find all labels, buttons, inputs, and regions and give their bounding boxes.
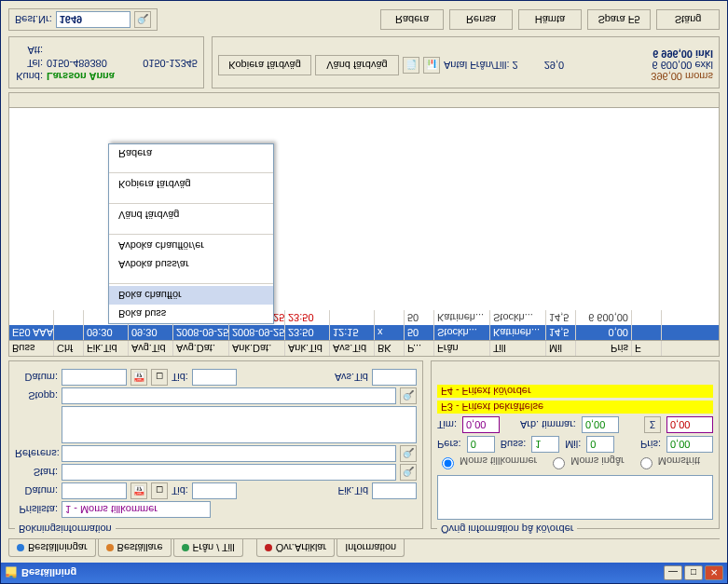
radio-tillkommer[interactable] [442,457,454,469]
tel-label: Tel: [15,58,43,69]
tab-bestallare[interactable]: Beställare [98,539,172,557]
ctx-radera[interactable]: Radera [109,144,273,163]
bestnr-search-icon[interactable]: 🔍 [134,11,151,28]
inkl-value: 6 996,00 inkl [651,48,713,60]
ctx-avboka-chauffor[interactable]: Avboka chaufför/er [109,237,273,255]
maximize-button[interactable]: □ [684,565,703,580]
radera-button[interactable]: Radera [380,9,444,30]
antal-label: Antal Från/Till: 2 [444,60,518,71]
tab-information[interactable]: Information [337,539,405,557]
pers-input[interactable] [467,436,495,453]
calendar2-icon[interactable]: 📅 [130,369,147,386]
grid-scrollbar[interactable] [9,93,719,108]
tim-label: Tim: [437,419,457,430]
context-menu: Boka buss Boka chaufför Avboka buss/ar A… [108,143,274,324]
other-textarea[interactable] [437,475,713,520]
vand-fardvag-button[interactable]: Vänd färdväg [315,55,399,75]
datum-input[interactable] [62,482,127,499]
notes-textarea[interactable] [62,406,417,443]
stopp-search-icon[interactable]: 🔍 [400,387,417,404]
pris-input[interactable] [666,436,713,453]
pers-label: Pers: [437,439,461,450]
radio-ingar[interactable] [553,457,565,469]
bestnr-label: Best.Nr: [15,14,52,25]
grid-header: BussChfFik.TidAvg.TidAvg.Dat.Ank.Dat.Ank… [9,340,719,356]
arb-input[interactable] [582,416,619,433]
referens-label: Referens: [15,448,58,459]
mil-label: Mil: [565,439,581,450]
pris-label: Pris: [640,439,661,450]
buss-input[interactable] [531,436,559,453]
calendar-icon[interactable]: 📅 [130,482,147,499]
buss-label: Buss: [501,439,527,450]
stang-button[interactable]: Stäng [656,9,720,30]
kund-value: Larsson Anna [47,71,115,82]
tab-ovr-artiklar[interactable]: Övr.Artiklar [256,539,335,557]
tim-input[interactable] [462,416,500,433]
datum2-input[interactable] [62,369,127,386]
referens-input[interactable] [62,445,396,462]
tid-input[interactable] [192,482,237,499]
sum-icon[interactable]: Σ [644,416,661,433]
start-input[interactable] [62,464,396,481]
tel2-value: 0150-12345 [143,58,198,69]
tool2-icon[interactable]: 📊 [423,57,440,74]
fiktid-input[interactable] [372,482,417,499]
other-legend: Övrig information på kö/order [437,523,577,535]
fiktid-label: Fik.Tid [337,485,368,496]
tel-value: 0150-489380 [47,58,107,69]
exkl-value: 6 600,00 exkl [651,60,713,71]
start-search-icon[interactable]: 🔍 [400,464,417,481]
booking-legend: Bokningsinformation [15,523,116,535]
tab-bestallningar[interactable]: Beställningar [8,539,96,557]
ctx-vand-fardvag[interactable]: Vänd färdväg [109,206,273,224]
start-label: Start: [15,467,58,478]
tool1-icon[interactable]: 🗒️ [403,57,419,74]
avstid-label: Avs.Tid [335,372,368,383]
tid2-label: Tid: [172,372,188,383]
hamta-button[interactable]: Hämta [518,9,582,30]
bestnr-input[interactable] [56,11,130,28]
minimize-button[interactable]: — [664,565,682,580]
ctx-boka-buss[interactable]: Boka buss [109,305,273,323]
right-val-input [666,416,713,433]
tabbar: Beställningar Beställare Från / Till Övr… [8,538,720,557]
avstid-input[interactable] [372,369,417,386]
rensa-button[interactable]: Rensa [449,9,513,30]
radio-momsfritt[interactable] [640,457,652,469]
clear-icon[interactable]: ◻ [151,482,168,499]
kopiera-fardvag-button[interactable]: Kopiera färdväg [218,55,311,75]
ctx-kopiera-fardvag[interactable]: Kopiera färdväg [109,175,273,194]
route-grid[interactable]: BussChfFik.TidAvg.TidAvg.Dat.Ank.Dat.Ank… [8,92,720,357]
moms-value: 396,00 moms [651,71,713,82]
kund-label: Kund: [15,71,43,82]
grid-row-selected[interactable]: E50 AAA09:3009:302008-09-252008-09-2523:… [9,325,719,340]
moms-radios: Moms tillkommer Moms ingår Momsfritt [437,455,713,472]
highlight-f3[interactable]: F3 - Fritext bekräftelse [437,401,713,414]
tid-label: Tid: [172,485,188,496]
mil-sum: 29,0 [544,60,564,71]
prislista-input[interactable] [62,501,211,518]
highlight-f4[interactable]: F4 - Fritext kö/order [437,385,713,398]
att-label: Att: [15,45,43,56]
ctx-boka-chauffor[interactable]: Boka chaufför [109,286,273,305]
prislista-label: Prislista: [15,504,58,515]
datum-label: Datum: [15,485,58,496]
close-button[interactable]: ✕ [705,565,723,580]
arb-label: Arb. timmar: [520,419,576,430]
referens-search-icon[interactable]: 🔍 [400,445,417,462]
mil-input[interactable] [586,436,614,453]
stopp-input[interactable] [62,387,396,404]
ctx-avboka-buss[interactable]: Avboka buss/ar [109,255,273,274]
stopp-label: Stopp: [15,390,58,401]
spara-button[interactable]: Spara F5 [587,9,651,30]
tab-fran-till[interactable]: Från / Till [173,539,243,557]
titlebar: 🗂️Beställning — □ ✕ [1,563,727,583]
window-title: Beställning [21,567,76,578]
datum2-label: Datum: [15,372,58,383]
app-icon: 🗂️ [5,567,18,579]
clear2-icon[interactable]: ◻ [151,369,168,386]
tid2-input[interactable] [192,369,237,386]
